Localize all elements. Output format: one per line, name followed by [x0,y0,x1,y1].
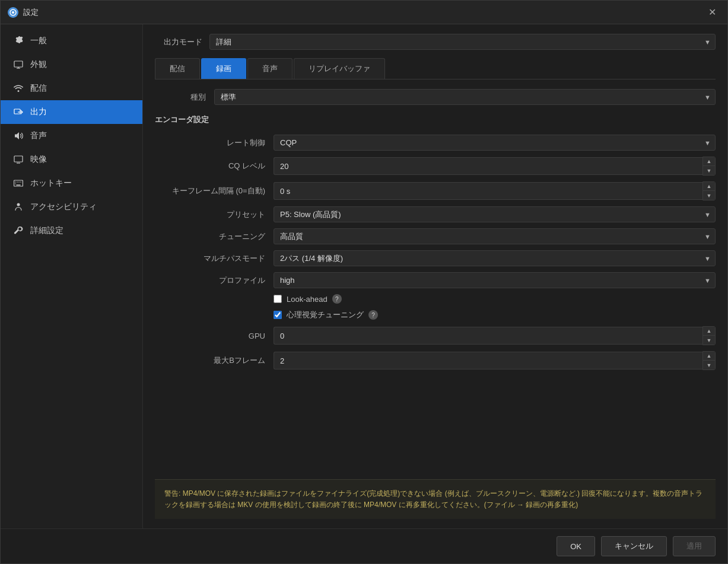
rate-control-select-wrapper: CQP CBR VBR ICQ ▼ [274,135,716,151]
sidebar-item-stream[interactable]: 配信 [1,77,142,100]
gpu-down-btn[interactable]: ▼ [703,336,715,345]
psycho-tuning-row: 心理視覚チューニング ? [274,310,716,320]
kind-row: 種別 標準 カスタム出力 (FFmpeg) ▼ [155,89,716,105]
keyframe-down-btn[interactable]: ▼ [703,191,715,200]
cq-level-spinner: ▲ ▼ [274,157,716,176]
multipass-label: マルチパスモード [155,253,274,264]
max-bframes-spinner-btns: ▲ ▼ [702,351,716,370]
sidebar-label-accessibility: アクセシビリティ [30,202,97,212]
sidebar-label-appearance: 外観 [30,59,47,70]
rate-control-label: レート制御 [155,138,274,148]
sidebar-item-audio[interactable]: 音声 [1,124,142,148]
keyframe-row: キーフレーム間隔 (0=自動) ▲ ▼ [155,181,716,200]
max-bframes-label: 最大Bフレーム [155,355,274,366]
sidebar-label-hotkeys: ホットキー [30,178,72,189]
cq-level-row: CQ レベル ▲ ▼ [155,157,716,176]
sidebar-label-general: 一般 [30,36,47,46]
person-icon [12,201,24,213]
svg-rect-2 [14,61,23,67]
multipass-select[interactable]: 2パス (1/4 解像度) 無効 1パス 2パス (フル解像度) [274,250,716,266]
gpu-input[interactable] [274,327,702,345]
gpu-up-btn[interactable]: ▲ [703,327,715,336]
sidebar-item-accessibility[interactable]: アクセシビリティ [1,195,142,219]
output-icon [12,106,24,118]
svg-rect-7 [14,156,23,162]
gpu-spinner-btns: ▲ ▼ [702,326,716,345]
ok-button[interactable]: OK [557,536,595,556]
bottom-buttons: OK キャンセル 適用 [1,528,727,563]
keyframe-input[interactable] [274,182,702,200]
tuning-row: チューニング 高品質 低遅延 超低遅延 ▼ [155,228,716,244]
settings-window: 設定 ✕ 一般 [0,0,728,564]
keyframe-label: キーフレーム間隔 (0=自動) [155,186,274,196]
title-bar-left: 設定 [8,7,39,18]
tuning-label: チューニング [155,231,274,242]
cq-level-spinner-btns: ▲ ▼ [702,157,716,176]
output-mode-select-wrapper: 詳細 シンプル ▼ [209,34,716,50]
tab-audio[interactable]: 音声 [247,58,293,79]
tuning-select[interactable]: 高品質 低遅延 超低遅延 [274,228,716,244]
keyboard-icon [12,177,24,189]
cq-level-label: CQ レベル [155,161,274,171]
tab-recording[interactable]: 録画 [201,58,246,79]
profile-row: プロファイル high baseline main ▼ [155,272,716,288]
tab-stream[interactable]: 配信 [155,58,200,79]
sidebar-item-hotkeys[interactable]: ホットキー [1,171,142,195]
sidebar-item-general[interactable]: 一般 [1,29,142,53]
psycho-tuning-checkbox[interactable] [274,311,282,319]
look-ahead-help-icon[interactable]: ? [332,294,342,304]
look-ahead-row: Look-ahead ? [274,294,716,304]
cq-level-up-btn[interactable]: ▲ [703,157,715,166]
tabs: 配信 録画 音声 リプレイバッファ [155,58,716,79]
preset-label: プリセット [155,209,274,220]
profile-label: プロファイル [155,275,274,286]
sidebar-label-advanced: 詳細設定 [30,225,63,236]
output-mode-label: 出力モード [155,37,202,47]
kind-label: 種別 [155,92,214,103]
output-mode-row: 出力モード 詳細 シンプル ▼ [155,34,716,50]
svg-rect-5 [14,109,20,114]
kind-select[interactable]: 標準 カスタム出力 (FFmpeg) [214,89,716,105]
profile-select[interactable]: high baseline main [274,272,716,288]
multipass-row: マルチパスモード 2パス (1/4 解像度) 無効 1パス 2パス (フル解像度… [155,250,716,266]
preset-select[interactable]: P5: Slow (高品質) P1: Fastest (最低品質) P7: Sl… [274,206,716,222]
preset-select-wrapper: P5: Slow (高品質) P1: Fastest (最低品質) P7: Sl… [274,206,716,222]
max-bframes-input[interactable] [274,352,702,369]
cq-level-down-btn[interactable]: ▼ [703,166,715,175]
sidebar-item-output[interactable]: 出力 [1,100,142,124]
svg-point-16 [17,203,20,206]
speaker-icon [12,130,24,142]
title-bar: 設定 ✕ [1,1,727,24]
warning-box: 警告: MP4/MOV に保存された録画はファイルをファイナライズ(完成処理)で… [155,479,716,519]
rate-control-select[interactable]: CQP CBR VBR ICQ [274,135,716,151]
cancel-button[interactable]: キャンセル [601,536,667,556]
profile-select-wrapper: high baseline main ▼ [274,272,716,288]
close-button[interactable]: ✕ [704,4,720,21]
tab-replay[interactable]: リプレイバッファ [294,58,385,79]
sidebar-item-advanced[interactable]: 詳細設定 [1,219,142,243]
sidebar-label-output: 出力 [30,107,47,117]
output-mode-select[interactable]: 詳細 シンプル [209,34,716,50]
svg-point-1 [12,11,14,14]
look-ahead-label: Look-ahead [287,295,328,304]
psycho-tuning-help-icon[interactable]: ? [368,310,378,320]
cq-level-input[interactable] [274,157,702,175]
app-icon [8,7,18,18]
encoder-section-title: エンコーダ設定 [155,114,716,125]
gear-icon [12,35,24,47]
sidebar-item-video[interactable]: 映像 [1,148,142,171]
sidebar-item-appearance[interactable]: 外観 [1,53,142,77]
multipass-select-wrapper: 2パス (1/4 解像度) 無効 1パス 2パス (フル解像度) ▼ [274,250,716,266]
max-bframes-row: 最大Bフレーム ▲ ▼ [155,351,716,370]
apply-button[interactable]: 適用 [673,536,716,556]
max-bframes-down-btn[interactable]: ▼ [703,361,715,369]
look-ahead-checkbox[interactable] [274,295,282,303]
gpu-label: GPU [155,332,274,340]
sidebar-label-stream: 配信 [30,83,47,94]
keyframe-up-btn[interactable]: ▲ [703,182,715,191]
keyframe-spinner: ▲ ▼ [274,181,716,200]
max-bframes-up-btn[interactable]: ▲ [703,352,715,361]
kind-select-wrapper: 標準 カスタム出力 (FFmpeg) ▼ [214,89,716,105]
sidebar-label-video: 映像 [30,154,47,165]
max-bframes-spinner: ▲ ▼ [274,351,716,370]
